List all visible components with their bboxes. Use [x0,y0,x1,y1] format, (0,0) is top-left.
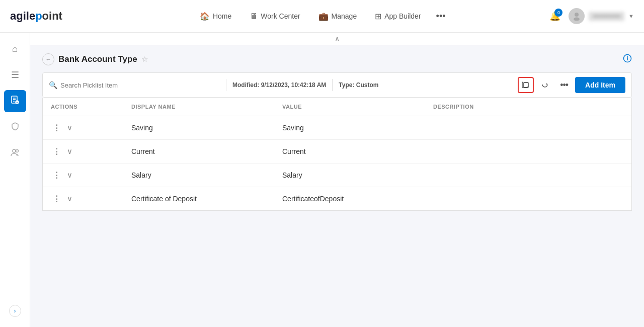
notification-badge: 0 [554,9,562,17]
col-header-actions: ACTIONS [43,98,123,116]
value-cell-0: Saving [274,116,425,140]
value-cell-1: Current [274,140,425,164]
divider-2 [332,79,333,91]
display-name-cell-1: Current [123,140,274,164]
back-button[interactable]: ← [42,53,54,65]
col-header-display-name: DISPLAY NAME [123,98,274,116]
toolbar: 🔍 Modified: 9/12/2023, 10:42:18 AM Type:… [42,72,632,98]
row-more-button-1[interactable]: ⋮ [51,146,63,157]
document-sidebar-icon: + [11,96,20,107]
user-name: •••••••••••• [589,12,624,21]
svg-point-0 [575,13,579,17]
col-header-value: VALUE [274,98,425,116]
row-more-button-0[interactable]: ⋮ [51,122,63,133]
svg-rect-12 [524,83,528,88]
row-expand-button-1[interactable]: ∨ [65,146,74,157]
collapse-bar: ∧ [30,33,644,45]
nav-home-label: Home [213,12,231,20]
sidebar-item-home[interactable]: ⌂ [4,38,26,60]
toolbar-actions: ••• Add Item [518,77,625,93]
svg-point-9 [16,149,18,152]
page-container: ← Bank Account Type ☆ i 🔍 Modified: 9/12… [30,45,644,219]
info-icon[interactable]: i [623,54,632,65]
sidebar-item-shield[interactable] [4,116,26,138]
modified-date: 9/12/2023, 10:42:18 AM [261,81,327,89]
svg-text:+: + [16,101,18,104]
user-area[interactable]: •••••••••••• ▼ [569,8,634,24]
table-header-row: ACTIONS DISPLAY NAME VALUE DESCRIPTION [43,98,631,116]
row-more-button-3[interactable]: ⋮ [51,193,63,204]
display-name-cell-0: Saving [123,116,274,140]
shield-sidebar-icon [11,122,20,133]
nav-right: 🔔 0 •••••••••••• ▼ [549,8,634,24]
table-row: ⋮ ∨ Certificate of Deposit Certificateof… [43,187,631,211]
copy-button[interactable] [518,77,534,93]
copy-icon [522,80,530,90]
sidebar-expand-button[interactable]: › [9,305,21,317]
type-info: Type: Custom [339,81,378,89]
value-cell-2: Salary [274,164,425,187]
col-header-description: DESCRIPTION [425,98,631,116]
back-icon: ← [46,56,51,62]
type-value: Custom [356,81,379,89]
row-more-button-2[interactable]: ⋮ [51,170,63,181]
nav-more-button[interactable]: ••• [432,9,450,24]
add-item-button[interactable]: Add Item [575,77,625,93]
nav-center: 🏠 Home 🖥 Work Center 💼 Manage ⊞ App Buil… [93,8,550,25]
nav-home[interactable]: 🏠 Home [193,8,238,25]
page-header: ← Bank Account Type ☆ i [42,53,632,65]
home-sidebar-icon: ⌂ [12,44,18,54]
picklist-table: ACTIONS DISPLAY NAME VALUE DESCRIPTION ⋮… [43,98,631,210]
actions-cell-3: ⋮ ∨ [43,187,123,211]
svg-point-8 [13,149,16,152]
table-row: ⋮ ∨ Salary Salary [43,164,631,187]
description-cell-3 [425,187,631,211]
page-title: Bank Account Type [58,54,137,64]
nav-manage-label: Manage [332,12,357,20]
collapse-button[interactable]: ∧ [335,35,340,43]
description-cell-2 [425,164,631,187]
value-cell-3: CertificateofDeposit [274,187,425,211]
nav-appbuilder-label: App Builder [384,12,421,20]
description-cell-1 [425,140,631,164]
sidebar: ⌂ ☰ + [0,33,30,327]
divider-1 [226,79,226,91]
table-container: ACTIONS DISPLAY NAME VALUE DESCRIPTION ⋮… [42,98,632,211]
page-title-area: ← Bank Account Type ☆ [42,53,148,65]
modified-label: Modified: [232,81,261,89]
display-name-cell-2: Salary [123,164,274,187]
refresh-button[interactable] [537,77,553,93]
row-expand-button-2[interactable]: ∨ [65,170,74,181]
svg-point-1 [574,18,580,21]
nav-workcenter[interactable]: 🖥 Work Center [243,8,307,25]
manage-icon: 💼 [318,12,329,21]
more-options-button[interactable]: ••• [556,77,572,93]
modified-info: Modified: 9/12/2023, 10:42:18 AM [232,81,326,89]
table-row: ⋮ ∨ Current Current [43,140,631,164]
row-expand-button-0[interactable]: ∨ [65,122,74,133]
chevron-right-icon: › [14,307,16,314]
workcenter-icon: 🖥 [250,12,258,21]
search-icon: 🔍 [49,81,57,89]
actions-cell-0: ⋮ ∨ [43,116,123,140]
nav-appbuilder[interactable]: ⊞ App Builder [368,8,428,25]
avatar [569,8,585,24]
nav-manage[interactable]: 💼 Manage [311,8,364,25]
layout: ⌂ ☰ + [0,33,644,327]
home-icon: 🏠 [200,12,210,21]
display-name-cell-3: Certificate of Deposit [123,187,274,211]
logo-text: agilepoint [10,10,62,23]
row-expand-button-3[interactable]: ∨ [65,193,74,204]
description-cell-0 [425,116,631,140]
refresh-icon [541,80,549,90]
search-input[interactable] [60,81,220,89]
notification-button[interactable]: 🔔 0 [549,11,560,22]
appbuilder-icon: ⊞ [375,12,381,21]
star-icon[interactable]: ☆ [141,55,148,64]
search-area: 🔍 [49,81,220,89]
sidebar-item-users[interactable] [4,142,26,165]
ellipsis-icon: ••• [560,80,568,91]
sidebar-item-list[interactable]: ☰ [4,64,26,86]
sidebar-item-document[interactable]: + [4,90,26,112]
nav-workcenter-label: Work Center [261,12,300,20]
